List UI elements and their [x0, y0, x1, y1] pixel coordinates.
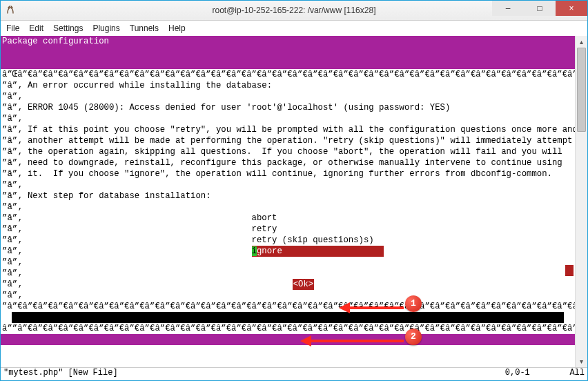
msg-line: ”â”‚ â [1, 91, 575, 102]
msg-line: ”â”‚ â [1, 179, 575, 190]
scroll-up-icon[interactable]: ▴ [576, 36, 587, 48]
close-button[interactable]: × [556, 1, 587, 16]
magenta-bar-bottom [1, 334, 575, 345]
minimize-button[interactable]: – [492, 1, 524, 16]
border-top: â”Œâ”€â”€â”€â”€â”€â”€â”€â”€â”€â”€â”€â”€â… [1, 69, 575, 80]
status-bar: "mytest.php" [New File] 0,0-1 All [1, 367, 587, 380]
black-bar [12, 312, 564, 323]
app-icon [5, 5, 16, 16]
msg-line: ”â”‚ â [1, 268, 575, 279]
status-left: "mytest.php" [New File] [3, 368, 118, 380]
status-right: 0,0-1 All [505, 368, 585, 380]
ok-button[interactable]: <Ok> [293, 279, 315, 290]
annotation-callout-2: 2 [405, 329, 422, 345]
dialog-header-text: Package configuration [2, 36, 109, 47]
maximize-button[interactable]: □ [524, 1, 556, 16]
msg-line: ”â”‚ it. If you choose "ignore", the ope… [1, 168, 575, 179]
scroll-indicator-icon [565, 265, 574, 276]
scroll-down-icon[interactable]: ▾ [576, 355, 587, 367]
app-window: root@ip-10-252-165-222: /var/www [116x28… [0, 0, 588, 381]
msg-line: ”â”‚ An error occurred while installing … [1, 80, 575, 91]
menu-help[interactable]: Help [168, 23, 186, 33]
content-area: Package configuration â”Œâ”€â”€â”€â”€â”€… [1, 36, 587, 367]
msg-line: ”â”‚ the operation again, skipping all q… [1, 146, 575, 157]
menu-file[interactable]: File [6, 23, 19, 33]
option-retry-skip[interactable]: ”â”‚ retry (skip questions)s) â [1, 235, 575, 246]
menubar: File Edit Settings Plugins Tunnels Help [1, 21, 587, 36]
window-buttons: – □ × [492, 1, 587, 16]
ok-row[interactable]: ”â”‚ <Ok> â [1, 279, 575, 290]
option-abort[interactable]: ”â”‚ abort â [1, 213, 575, 224]
msg-line: ”â”‚ Next step for database installation… [1, 190, 575, 202]
annotation-callout-1: 1 [405, 295, 422, 312]
msg-line: ”â”‚ another attempt will be made at per… [1, 135, 575, 146]
terminal[interactable]: Package configuration â”Œâ”€â”€â”€â”€â”€… [1, 36, 575, 367]
msg-line: ”â”‚ â [1, 113, 575, 124]
menu-settings[interactable]: Settings [53, 23, 83, 33]
option-ignore[interactable]: ”â”‚ ignore â [1, 246, 575, 257]
msg-line: ”â”‚ ERROR 1045 (28000): Access denied f… [1, 102, 575, 113]
option-retry[interactable]: ”â”‚ retry â [1, 224, 575, 235]
vertical-scrollbar[interactable]: ▴ ▾ [575, 36, 587, 367]
scroll-thumb[interactable] [577, 48, 586, 132]
option-ignore-selected: ignore [252, 246, 384, 257]
msg-line: ”â”‚ â [1, 202, 575, 213]
cursor: i [252, 246, 257, 256]
border-mid: ”â”€â”€â”€â”€â”€â”€â”€â”€â”€â”€â”€â”€â”€… [1, 301, 575, 312]
msg-line: ”â”‚ need to downgrade, reinstall, recon… [1, 157, 575, 168]
dialog-header: Package configuration [1, 36, 575, 69]
menu-edit[interactable]: Edit [29, 23, 43, 33]
msg-line: ”â”‚ â [1, 290, 575, 301]
titlebar[interactable]: root@ip-10-252-165-222: /var/www [116x28… [1, 1, 587, 21]
border-bot: â””â”€â”€â”€â”€â”€â”€â”€â”€â”€â”€â”€â”€â… [1, 323, 575, 334]
msg-line: ”â”‚ If at this point you choose "retry"… [1, 124, 575, 135]
menu-tunnels[interactable]: Tunnels [130, 23, 159, 33]
msg-line: ”â”‚ â [1, 257, 575, 268]
menu-plugins[interactable]: Plugins [92, 23, 119, 33]
